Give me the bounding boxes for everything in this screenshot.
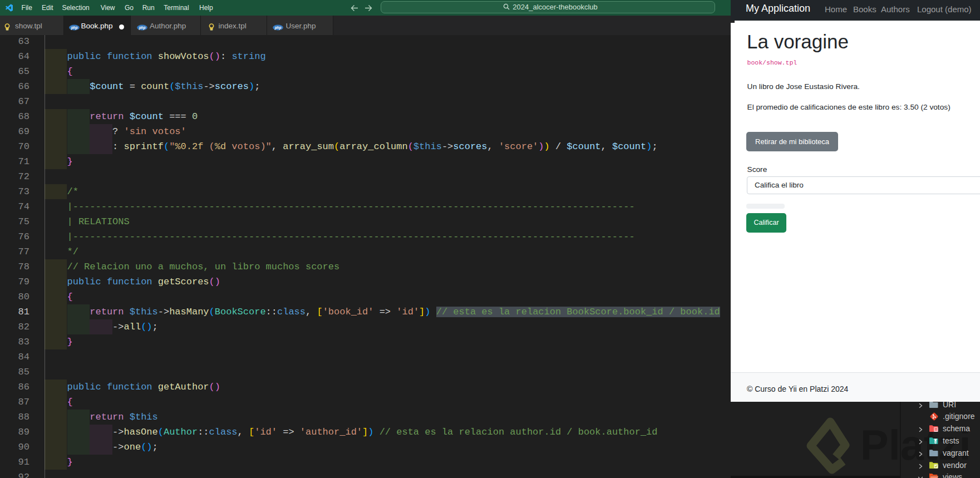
svg-text:php: php — [274, 26, 282, 30]
svg-text:php: php — [139, 26, 146, 30]
svg-text:php: php — [70, 26, 77, 30]
